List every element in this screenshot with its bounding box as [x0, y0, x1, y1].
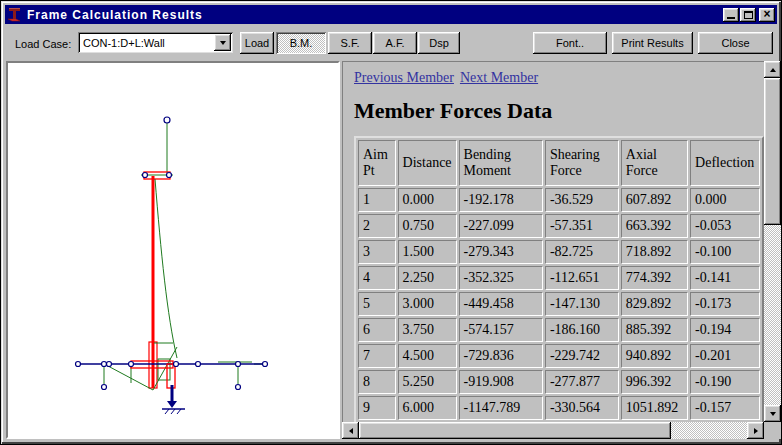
column-header: Bending Moment — [459, 140, 543, 186]
af-toggle-button[interactable]: A.F. — [373, 32, 417, 54]
aim-pt-cell: 6 — [358, 318, 396, 342]
member-forces-table: Aim PtDistanceBending MomentShearing For… — [354, 136, 764, 422]
value-cell: -229.742 — [545, 344, 619, 368]
column-header: Axial Force — [621, 140, 688, 186]
vertical-scrollbar[interactable] — [764, 61, 781, 422]
chevron-down-icon — [220, 41, 226, 45]
value-cell: 1.500 — [398, 240, 457, 264]
scroll-right-button[interactable] — [747, 422, 764, 439]
load-button[interactable]: Load — [240, 32, 274, 54]
aim-pt-cell: 2 — [358, 214, 396, 238]
value-cell: 0.000 — [690, 188, 760, 212]
value-cell: -729.836 — [459, 344, 543, 368]
value-cell: 3.750 — [398, 318, 457, 342]
title-bar: Frame Calculation Results × — [5, 5, 777, 24]
report-pane: Previous MemberNext Member Member Forces… — [342, 61, 764, 422]
value-cell: -449.458 — [459, 292, 543, 316]
dsp-toggle-button[interactable]: Dsp — [418, 32, 460, 54]
table-row: 63.750-574.157-186.160885.392-0.194 — [358, 318, 760, 342]
value-cell: 663.392 — [621, 214, 688, 238]
value-cell: 996.392 — [621, 370, 688, 394]
value-cell: -82.725 — [545, 240, 619, 264]
scroll-up-icon — [770, 68, 776, 72]
aim-pt-cell: 9 — [358, 396, 396, 420]
table-row: 96.000-1147.789-330.5641051.892-0.157 — [358, 396, 760, 420]
value-cell: 774.392 — [621, 266, 688, 290]
support-arrow-icon — [162, 385, 185, 414]
combo-dropdown-button[interactable] — [214, 34, 231, 51]
value-cell: -0.201 — [690, 344, 760, 368]
minimize-button[interactable] — [723, 8, 739, 22]
value-cell: 0.750 — [398, 214, 457, 238]
frame-node — [167, 173, 172, 178]
value-cell: -147.130 — [545, 292, 619, 316]
value-cell: -0.157 — [690, 396, 760, 420]
table-row: 42.250-352.325-112.651774.392-0.141 — [358, 266, 760, 290]
value-cell: -0.100 — [690, 240, 760, 264]
value-cell: -0.194 — [690, 318, 760, 342]
column-header: Aim Pt — [358, 140, 396, 186]
value-cell: -186.160 — [545, 318, 619, 342]
table-header-row: Aim PtDistanceBending MomentShearing For… — [358, 140, 760, 186]
aim-pt-cell: 7 — [358, 344, 396, 368]
scroll-left-button[interactable] — [342, 422, 359, 439]
maximize-button[interactable] — [740, 8, 756, 22]
horizontal-scrollbar[interactable] — [342, 422, 764, 439]
print-results-button[interactable]: Print Results — [612, 32, 693, 54]
value-cell: -36.529 — [545, 188, 619, 212]
column-header: Shearing Force — [545, 140, 619, 186]
value-cell: -0.053 — [690, 214, 760, 238]
table-row: 53.000-449.458-147.130829.892-0.173 — [358, 292, 760, 316]
value-cell: 885.392 — [621, 318, 688, 342]
value-cell: 5.250 — [398, 370, 457, 394]
table-body: 10.000-192.178-36.529607.8920.00020.750-… — [358, 188, 760, 422]
maximize-icon — [744, 11, 753, 19]
load-case-value: CON-1:D+L:Wall — [78, 37, 214, 49]
load-case-label: Load Case: — [15, 38, 71, 50]
scrollbar-corner — [764, 422, 781, 439]
bm-toggle-button[interactable]: B.M. — [276, 32, 326, 54]
next-member-link[interactable]: Next Member — [460, 70, 538, 85]
scroll-up-button[interactable] — [764, 61, 781, 78]
value-cell: 607.892 — [621, 188, 688, 212]
minimize-icon — [727, 17, 735, 19]
horizontal-scroll-thumb[interactable] — [359, 422, 671, 439]
aim-pt-cell: 8 — [358, 370, 396, 394]
value-cell: -0.190 — [690, 370, 760, 394]
frame-diagram — [8, 63, 338, 437]
value-cell: -277.877 — [545, 370, 619, 394]
value-cell: -192.178 — [459, 188, 543, 212]
value-cell: 1051.892 — [621, 396, 688, 420]
value-cell: -227.099 — [459, 214, 543, 238]
value-cell: -112.651 — [545, 266, 619, 290]
aim-pt-cell: 3 — [358, 240, 396, 264]
value-cell: 829.892 — [621, 292, 688, 316]
table-row: 74.500-729.836-229.742940.892-0.201 — [358, 344, 760, 368]
value-cell: 2.250 — [398, 266, 457, 290]
frame-drawing-panel — [6, 61, 340, 439]
window-title: Frame Calculation Results — [27, 8, 722, 22]
value-cell: 4.500 — [398, 344, 457, 368]
close-icon: × — [763, 9, 770, 19]
aim-pt-cell: 5 — [358, 292, 396, 316]
member-nav-links: Previous MemberNext Member — [354, 70, 764, 86]
frame-node — [164, 117, 170, 123]
scroll-down-button[interactable] — [764, 405, 781, 422]
table-row: 85.250-919.908-277.877996.392-0.190 — [358, 370, 760, 394]
value-cell: -0.141 — [690, 266, 760, 290]
sf-toggle-button[interactable]: S.F. — [328, 32, 372, 54]
aim-pt-cell: 1 — [358, 188, 396, 212]
value-cell: -57.351 — [545, 214, 619, 238]
close-button[interactable]: Close — [698, 32, 773, 54]
load-case-combobox[interactable]: CON-1:D+L:Wall — [78, 32, 233, 53]
value-cell: 0.000 — [398, 188, 457, 212]
value-cell: 940.892 — [621, 344, 688, 368]
window-close-button[interactable]: × — [759, 8, 775, 22]
table-row: 20.750-227.099-57.351663.392-0.053 — [358, 214, 760, 238]
vertical-scroll-thumb[interactable] — [764, 78, 781, 225]
font-button[interactable]: Font.. — [533, 32, 607, 54]
value-cell: -574.157 — [459, 318, 543, 342]
previous-member-link[interactable]: Previous Member — [354, 70, 454, 85]
report-title: Member Forces Data — [354, 97, 764, 124]
column-header: Deflection — [690, 140, 760, 186]
